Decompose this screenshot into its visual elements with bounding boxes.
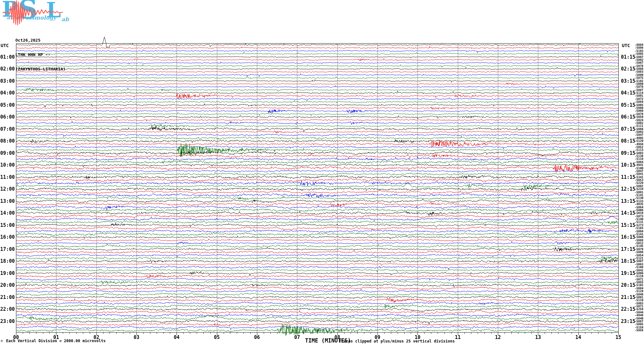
left-time-label: 17:00 [0, 247, 15, 252]
trace-offset-value: -5129 [629, 290, 643, 293]
x-axis-tick-label: 12 [491, 335, 504, 340]
x-axis-tick-label: 05 [211, 335, 223, 340]
trace-offset-value: -4946 [629, 314, 643, 317]
webicorder-page: P S L atras eismology ab Oct26,2025 LTHK… [0, 0, 644, 346]
header-location: (ZAKYNTHOS-LITHAKIA) [15, 67, 66, 71]
trace-offset-value: -5087 [629, 260, 643, 263]
x-axis-tick-label: 04 [170, 335, 183, 340]
left-time-label: 16:00 [0, 235, 15, 240]
left-time-label: 11:00 [0, 175, 15, 180]
x-axis-tick-label: 14 [572, 335, 585, 340]
left-time-label: 09:00 [0, 151, 15, 156]
seismogram-canvas [0, 0, 644, 346]
trace-offset-value: -5059 [629, 116, 643, 119]
left-time-label: 13:00 [0, 199, 15, 204]
left-time-label: 18:00 [0, 259, 15, 264]
left-time-label: 01:00 [0, 55, 15, 60]
trace-offset-value: -5069 [629, 110, 643, 112]
trace-offset-value: -5098 [629, 251, 643, 254]
trace-offset-value: -5110 [629, 299, 643, 302]
trace-offset-value: -5129 [629, 140, 643, 143]
trace-offset-value: -5085 [629, 53, 643, 55]
trace-offset-value: -5108 [629, 266, 643, 269]
header-date: Oct26,2025 [15, 38, 66, 43]
psl-logo: P S L atras eismology ab [2, 0, 76, 28]
left-time-label: 19:00 [0, 271, 15, 276]
trace-offset-value: -5078 [629, 86, 643, 88]
left-time-label: 15:00 [0, 223, 15, 228]
trace-offset-value: -5066 [629, 236, 643, 239]
trace-offset-value: -5041 [629, 173, 643, 176]
vertical-scale-note: Each Vertical Division = 2000.00 microvo… [6, 339, 106, 343]
left-time-label: 08:00 [0, 139, 15, 144]
trace-offset-value: -5103 [629, 227, 643, 230]
trace-offset-value: -5065 [629, 323, 643, 326]
left-time-label: 03:00 [0, 79, 15, 84]
left-time-label: 05:00 [0, 103, 15, 108]
trace-offset-value: -5058 [629, 329, 643, 332]
trace-offset-value: -5111 [629, 125, 643, 128]
x-axis-tick-label: 15 [612, 335, 625, 340]
x-axis-tick-label: 07 [291, 335, 303, 340]
x-axis-tick-label: 06 [251, 335, 263, 340]
trace-offset-value: -5119 [629, 275, 643, 278]
utc-label-left: UTC [1, 43, 9, 48]
x-axis-tick-label: 03 [130, 335, 143, 340]
left-time-label: 22:00 [0, 307, 15, 312]
header-block: Oct26,2025 LTHK HHN HP -- (ZAKYNTHOS-LIT… [15, 28, 66, 81]
trace-offset-value: -5234 [629, 188, 643, 191]
header-station: LTHK HHN HP -- [15, 52, 66, 57]
trace-offset-value: -5019 [629, 212, 643, 215]
left-time-label: 04:00 [0, 91, 15, 95]
clip-note: Traces clipped at plus/minus 25 vertical… [339, 339, 455, 343]
left-time-label: 10:00 [0, 163, 15, 168]
left-time-label: 20:00 [0, 283, 15, 288]
corner-mark: M [1, 340, 3, 343]
left-time-label: 06:00 [0, 115, 15, 119]
x-axis-tick-label: 13 [532, 335, 544, 340]
trace-offset-value: -5084 [629, 101, 643, 103]
trace-offset-value: -4941 [629, 164, 643, 167]
left-time-label: 23:00 [0, 319, 15, 324]
trace-offset-value: -4935 [629, 203, 643, 206]
trace-offset-value: -5067 [629, 62, 643, 64]
left-time-label: 12:00 [0, 187, 15, 192]
trace-offset-value: -5075 [629, 77, 643, 79]
trace-offset-value: -5113 [629, 149, 643, 152]
left-time-label: 02:00 [0, 67, 15, 71]
left-time-label: 21:00 [0, 295, 15, 300]
left-time-label: 14:00 [0, 211, 15, 216]
left-time-label: 07:00 [0, 127, 15, 132]
logo-seismic-trace-icon [2, 0, 76, 28]
